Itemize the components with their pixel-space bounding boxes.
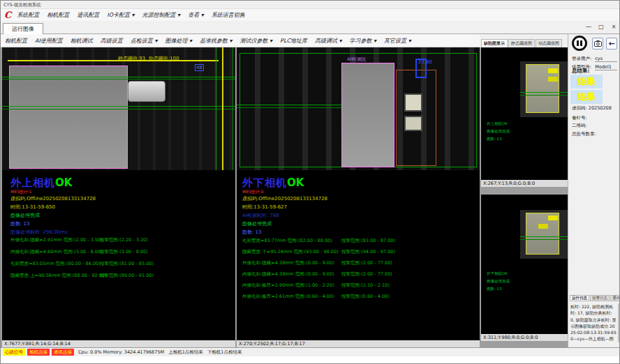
middle-camera-image[interactable]: 23.80 AI检测区 — [237, 47, 480, 170]
measure-line — [520, 239, 568, 240]
middle-camera-panel: 23.80 AI检测区 外下相机OK MES统计:0 虚拟码:Offline20… — [237, 47, 480, 347]
measurement-value: 外侧毛刺-极耳=2.61mm 范围:(0.60 - 4.00) — [242, 294, 341, 300]
toolbar-button[interactable]: 高级设置 — [101, 37, 123, 45]
menu-item[interactable]: IO卡配置 ▾ — [107, 11, 134, 19]
measure-line — [520, 236, 568, 237]
mes-line: MES统计:1 — [10, 189, 32, 195]
measurement-row: 外侧毛刺-隐藏=2.91mm 范围:(2.00 - 3.50)报警范围:(2.2… — [10, 237, 232, 249]
pause-button[interactable] — [572, 36, 587, 51]
total-result-label: 总结果: — [572, 68, 590, 75]
camera-button[interactable] — [592, 38, 603, 50]
log-text: 耗时: 222, 缺陷检测耗时: 17, 缺陷分类耗时: 0, 缺陷提取合并耗时… — [570, 303, 617, 342]
toolbar-button[interactable]: 相机配置 — [5, 37, 27, 45]
measurement-value: 隐藏宽度-上=90.56mm 范围:(88.00 - 92.00) — [10, 273, 100, 279]
menu-item[interactable]: 系统语言切换 — [212, 11, 245, 19]
log-tab[interactable]: 运行日志 — [570, 295, 589, 301]
toolbar-button[interactable]: PLC地址库 — [280, 37, 307, 45]
menu-item[interactable]: 相机配置 — [47, 11, 69, 19]
result-ok: OK — [55, 176, 72, 189]
measurement-value: 内侧毛刺-极耳=1.90mm 范围:(1.00 - 2.20) — [242, 282, 341, 289]
app-logo-icon: C — [4, 10, 11, 20]
blue-marker-label: 48 — [195, 64, 204, 71]
alarm-range: 报警范围:(1.10 - 2.10) — [341, 282, 477, 289]
left-camera-image[interactable]: 静态阈值:93, 动态阈值:100 48 — [2, 47, 235, 170]
thumb-tab[interactable]: 动态阈值图 — [536, 39, 562, 47]
status-bar: 心跳信号相机连接通讯连接 Cpu: 0.0% Memory: 3424.4179… — [1, 347, 620, 356]
tab-run-image[interactable]: 运行图像 — [3, 23, 43, 34]
toolbar-button[interactable]: 其它设置 ▾ — [384, 37, 411, 45]
defect-thumb-bottom-image[interactable] — [520, 210, 568, 259]
thumb-tabs: 缺陷图显示静态阈值图动态阈值图 — [480, 34, 568, 47]
maximize-icon[interactable]: □ — [596, 22, 606, 31]
menu-item[interactable]: 光源控制配置 ▾ — [142, 11, 181, 19]
toolbar-button[interactable]: 图像处理 ▾ — [165, 37, 192, 45]
toolbar-button[interactable]: 学习参数 ▾ — [350, 37, 377, 45]
measurement-value: 毛刺宽度=83.77mm 范围:(82.00 - 88.00) — [242, 238, 341, 244]
frame-count: 图数: 13 — [242, 229, 262, 236]
defect-window — [404, 93, 422, 112]
status-badges: 心跳信号相机连接通讯连接 — [3, 349, 74, 356]
vertical-guide-line — [216, 47, 216, 170]
thumb-status-line: 图像处理完成 — [487, 278, 510, 285]
alarm-range: 报警范围:(3.00 - 8.00) — [100, 249, 232, 255]
toolbar-button[interactable]: AI使用配置 — [35, 37, 63, 45]
cursor-coordinates: X:311;Y:980;R:0;G:0;B:0 — [481, 334, 568, 341]
alarm-range: 报警范围:(94.00 - 97.00) — [341, 249, 477, 255]
time-line: 时间:13-31-59-650 — [10, 204, 55, 211]
process-status: 图像处理完成 — [242, 220, 272, 227]
ai-region-label: AI检测区 — [347, 56, 367, 63]
close-icon[interactable]: × — [609, 22, 619, 31]
toolbar-button[interactable]: 基准线参数 ▾ — [200, 37, 232, 45]
measurement-value: 隐藏宽度-下=95.24mm 范围:(93.00 - 98.00) — [242, 249, 341, 255]
toolbar-button[interactable]: 点检设置 ▾ — [131, 37, 158, 45]
baseline-line — [2, 77, 235, 77]
process-status: 图像处理完成 — [10, 212, 40, 219]
thumb-status-lines: 外下相机OK图像处理完成图数: 13 — [487, 270, 510, 293]
thumb-status-line: 外下相机OK — [487, 270, 510, 278]
minimize-icon[interactable]: — — [584, 22, 593, 31]
menu-item[interactable]: 系统配置 — [17, 11, 39, 19]
log-tab[interactable]: 通讯日志 — [610, 295, 620, 301]
defect-thumb-bottom-panel: 外下相机OK图像处理完成图数: 13 X:311;Y:980;R:0;G:0;B… — [481, 195, 568, 341]
pin-number-row: 卷针号: — [572, 115, 587, 121]
upper-camera-check[interactable]: 上相机1点检结果 — [168, 349, 203, 356]
vertical-guide-line — [232, 47, 233, 170]
camera-name: 外上相机 — [10, 176, 55, 189]
batch-count-row: 总批号数量: — [572, 131, 596, 137]
alarm-range: 报警范围:(83.00 - 87.00) — [341, 238, 477, 244]
electrode-roi-rect — [9, 66, 128, 169]
measure-line — [2, 109, 235, 109]
pause-icon — [577, 40, 579, 46]
time-line: 时间:13-31-59-627 — [242, 204, 287, 211]
window-title: CYS-视觉检测系统 — [3, 2, 41, 8]
alarm-range: 报警范围:(2.20 - 3.20) — [100, 237, 232, 243]
menu-item[interactable]: 通讯配置 — [77, 11, 99, 19]
camera-name: 外下相机 — [242, 176, 287, 189]
defect-thumb-top-image[interactable] — [520, 61, 568, 117]
log-tab[interactable]: 报警日志 — [590, 295, 610, 301]
lower-camera-check[interactable]: 下相机1点检结果 — [207, 349, 242, 356]
defect-highlight — [548, 77, 558, 82]
barcode-line: 虚拟码:Offline20250208133134728 — [10, 195, 96, 202]
qr-code-row: 二维码: — [572, 123, 587, 129]
toolbar-button[interactable]: 相机调试 — [71, 37, 93, 45]
elapsed-time: 图像处理耗时: 298.00ms — [10, 229, 68, 236]
sidebar: ← 登录用户: cys 使用型号: Model1 总结果: 结果 结果 虚拟码:… — [568, 34, 620, 347]
toolbar-button[interactable]: 高级调试 ▾ — [315, 37, 342, 45]
thumb-tab[interactable]: 静态阈值图 — [508, 39, 535, 47]
back-button[interactable]: ← — [606, 38, 617, 50]
status-badge: 通讯连接 — [52, 349, 74, 356]
thumb-status-line: 图数: 13 — [487, 135, 510, 143]
thumb-status-lines: 外上相机OK图像处理完成图数: 13 — [487, 120, 510, 143]
thumb-tab[interactable]: 缺陷图显示 — [481, 39, 508, 47]
model-value: Model1 — [595, 64, 617, 70]
measurement-value: 毛刺宽度=83.05mm 范围:(80.00 - 86.00) — [10, 261, 100, 267]
defect-highlight — [538, 224, 548, 229]
measurement-value: 内侧毛刺-隐藏=4.38mm 范围:(0.00 - 9.00) — [242, 271, 341, 278]
measure-value-label: 23.80 — [418, 59, 432, 65]
toolbar-button[interactable]: 测试仪参数 ▾ — [240, 37, 273, 45]
app-window: CYS-视觉检测系统 C 系统配置相机配置通讯配置IO卡配置 ▾光源控制配置 ▾… — [0, 0, 620, 364]
menu-item[interactable]: 查看 ▾ — [188, 11, 204, 19]
measurement-row: 内侧毛刺-极耳=1.90mm 范围:(1.00 - 2.20)报警范围:(1.1… — [242, 282, 477, 294]
cursor-coordinates: X:270;Y:2502;R:17;G:17;B:17 — [237, 340, 480, 347]
